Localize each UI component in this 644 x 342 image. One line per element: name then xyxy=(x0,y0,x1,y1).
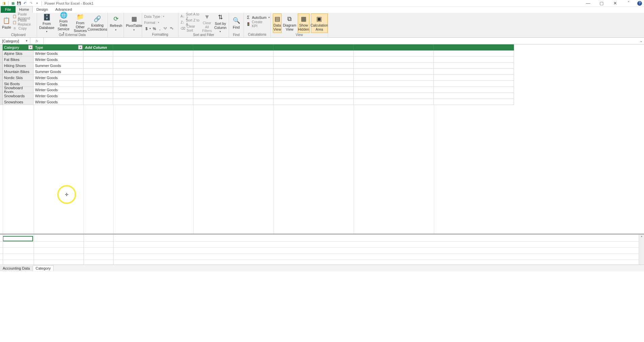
cell-empty[interactable] xyxy=(113,75,193,81)
find-button[interactable]: 🔍Find xyxy=(231,13,242,33)
qat-customize-icon[interactable]: ▾ xyxy=(35,1,39,6)
cell-empty[interactable] xyxy=(434,63,514,69)
empty-grid-area[interactable] xyxy=(0,105,644,234)
row-header[interactable] xyxy=(0,69,3,75)
currency-button[interactable]: $ xyxy=(144,27,149,31)
cell-category[interactable]: Mountain Bikes xyxy=(3,69,34,75)
from-other-sources-button[interactable]: 📁From Other Sources xyxy=(72,13,88,33)
cell-empty[interactable] xyxy=(113,93,193,99)
cell-empty[interactable] xyxy=(193,57,273,63)
cell-empty[interactable] xyxy=(434,75,514,81)
selected-measure-cell[interactable] xyxy=(3,236,33,241)
cell-type[interactable]: Winter Goods xyxy=(34,87,84,93)
existing-connections-button[interactable]: 🔗Existing Connections xyxy=(89,13,105,33)
cell-empty[interactable] xyxy=(193,50,273,57)
minimize-button[interactable]: — xyxy=(583,1,593,6)
undo-icon[interactable]: ↶ xyxy=(23,1,27,6)
vertical-scrollbar[interactable]: ▴ xyxy=(639,235,644,265)
cell-type[interactable]: Winter Goods xyxy=(34,93,84,99)
row-header[interactable] xyxy=(0,63,3,69)
cell-empty[interactable] xyxy=(354,50,434,57)
column-header-type[interactable]: Type▾ xyxy=(34,44,84,50)
cell-empty[interactable] xyxy=(354,93,434,99)
paste-replace-button[interactable]: 📋Paste Replace xyxy=(12,20,35,25)
formula-input[interactable] xyxy=(44,38,638,44)
row-header[interactable] xyxy=(0,93,3,99)
cell-empty[interactable] xyxy=(354,75,434,81)
percent-button[interactable]: % xyxy=(152,27,157,31)
cell-empty[interactable] xyxy=(434,93,514,99)
comma-button[interactable]: , xyxy=(158,27,162,31)
cell-type[interactable]: Summer Goods xyxy=(34,69,84,75)
cell-type[interactable]: Winter Goods xyxy=(34,99,84,105)
cell-category[interactable]: Nordic Skis xyxy=(3,75,34,81)
cell-empty[interactable] xyxy=(354,87,434,93)
row-header[interactable] xyxy=(0,75,3,81)
help-icon[interactable]: ? xyxy=(637,1,642,6)
refresh-button[interactable]: ⟳Refresh▾ xyxy=(110,13,122,33)
cell-empty[interactable] xyxy=(113,63,193,69)
cell-empty[interactable] xyxy=(273,57,354,63)
data-grid[interactable]: Category▾Type▾Add ColumnAlpine SkisWinte… xyxy=(0,44,644,234)
row-header[interactable] xyxy=(0,81,3,87)
cell-empty[interactable] xyxy=(354,63,434,69)
diagram-view-button[interactable]: ⧉Diagram View xyxy=(283,13,296,33)
name-box-dropdown-icon[interactable]: ▼ xyxy=(25,39,28,42)
cell-empty[interactable] xyxy=(84,57,113,63)
cell-empty[interactable] xyxy=(273,50,354,57)
close-button[interactable]: ✕ xyxy=(610,1,620,6)
pivottable-button[interactable]: ▦PivotTable▾ xyxy=(126,13,142,33)
cell-empty[interactable] xyxy=(113,57,193,63)
format-dropdown[interactable]: ▾ xyxy=(158,21,159,24)
cell-empty[interactable] xyxy=(84,87,113,93)
cell-empty[interactable] xyxy=(434,57,514,63)
save-icon[interactable]: 💾 xyxy=(17,1,21,6)
cell-empty[interactable] xyxy=(193,87,273,93)
cell-empty[interactable] xyxy=(113,87,193,93)
cell-empty[interactable] xyxy=(354,81,434,87)
cell-empty[interactable] xyxy=(84,63,113,69)
cell-empty[interactable] xyxy=(434,99,514,105)
cell-empty[interactable] xyxy=(434,69,514,75)
copy-button[interactable]: ⎘Copy xyxy=(12,26,35,31)
cell-empty[interactable] xyxy=(84,69,113,75)
cell-type[interactable]: Summer Goods xyxy=(34,63,84,69)
cell-type[interactable]: Winter Goods xyxy=(34,81,84,87)
data-view-button[interactable]: ▤Data View xyxy=(273,13,282,33)
cell-empty[interactable] xyxy=(273,87,354,93)
tab-file[interactable]: File xyxy=(1,6,15,13)
cell-category[interactable]: Snowboards xyxy=(3,93,34,99)
cell-empty[interactable] xyxy=(354,57,434,63)
cell-empty[interactable] xyxy=(193,93,273,99)
column-header-empty[interactable] xyxy=(434,44,514,50)
decrease-decimal-button[interactable]: ⁰⁰₀ xyxy=(169,27,174,30)
cell-category[interactable]: Fat Bikes xyxy=(3,57,34,63)
cell-empty[interactable] xyxy=(84,50,113,57)
column-header-category[interactable]: Category▾ xyxy=(3,44,34,50)
clear-sort-button[interactable]: ⌫Clear Sort xyxy=(181,26,200,31)
column-header-empty[interactable] xyxy=(193,44,273,50)
clear-filters-button[interactable]: ▼Clear All Filters xyxy=(201,13,213,33)
cell-empty[interactable] xyxy=(434,50,514,57)
cell-empty[interactable] xyxy=(193,81,273,87)
from-data-service-button[interactable]: 🌐From Data Service▾ xyxy=(56,13,71,33)
autosum-button[interactable]: ΣAutoSum▾ xyxy=(246,15,270,20)
cell-type[interactable]: Winter Goods xyxy=(34,75,84,81)
cell-empty[interactable] xyxy=(113,69,193,75)
cell-empty[interactable] xyxy=(193,75,273,81)
cell-empty[interactable] xyxy=(193,99,273,105)
sheet-tab-category[interactable]: Category xyxy=(33,265,54,271)
cell-empty[interactable] xyxy=(273,81,354,87)
from-database-button[interactable]: 🗄️From Database▾ xyxy=(39,13,55,33)
cell-empty[interactable] xyxy=(273,99,354,105)
cell-type[interactable]: Winter Goods xyxy=(34,50,84,57)
cell-empty[interactable] xyxy=(113,81,193,87)
column-header-empty[interactable] xyxy=(113,44,193,50)
row-header[interactable] xyxy=(0,87,3,93)
show-hidden-button[interactable]: ▦Show Hidden xyxy=(298,13,310,33)
select-all-corner[interactable] xyxy=(0,44,3,50)
cell-empty[interactable] xyxy=(273,63,354,69)
cell-empty[interactable] xyxy=(84,81,113,87)
cell-empty[interactable] xyxy=(113,50,193,57)
cell-empty[interactable] xyxy=(273,93,354,99)
